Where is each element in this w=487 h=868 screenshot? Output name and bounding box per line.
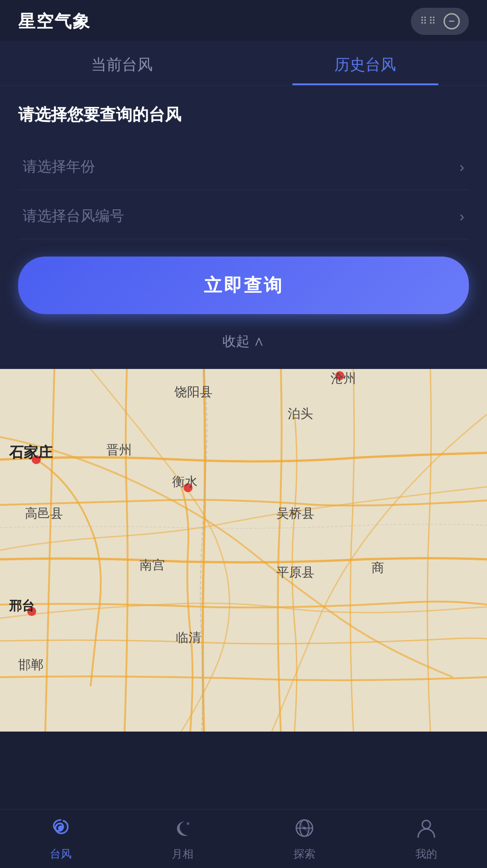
dots-icon: ⠿⠿	[420, 15, 437, 27]
moon-icon	[171, 816, 194, 843]
collapse-row[interactable]: 收起 ∧	[18, 328, 469, 355]
svg-point-20	[187, 822, 189, 825]
number-chevron-icon: ›	[459, 208, 464, 225]
search-panel: 请选择您要查询的台风 请选择年份 › 请选择台风编号 › 立即查询 收起 ∧	[0, 86, 487, 369]
svg-text:高邑县: 高邑县	[25, 506, 63, 520]
year-select-row[interactable]: 请选择年份 ›	[18, 144, 469, 190]
bottom-nav: 台风 月相 探索	[0, 809, 487, 868]
number-select-row[interactable]: 请选择台风编号 ›	[18, 194, 469, 239]
svg-text:吴桥县: 吴桥县	[276, 506, 314, 520]
svg-text:衡水: 衡水	[172, 475, 198, 489]
app-header: 星空气象 ⠿⠿ −	[0, 0, 487, 41]
svg-point-26	[422, 820, 430, 829]
map-area[interactable]: 石家庄 晋州 饶阳县 泊头 衡水 高邑县 吴桥县 南宫 平原县 邢台 临清 邯郸…	[0, 369, 487, 732]
nav-label-mine: 我的	[415, 847, 437, 861]
map-svg: 石家庄 晋州 饶阳县 泊头 衡水 高邑县 吴桥县 南宫 平原县 邢台 临清 邯郸…	[0, 369, 487, 732]
nav-item-moon[interactable]: 月相	[122, 816, 244, 861]
nav-label-typhoon: 台风	[50, 847, 72, 861]
header-control-group[interactable]: ⠿⠿ −	[411, 8, 469, 35]
svg-text:泊头: 泊头	[288, 407, 313, 421]
tab-history-typhoon[interactable]: 历史台风	[244, 41, 487, 85]
year-select-label: 请选择年份	[23, 157, 95, 177]
typhoon-icon	[49, 816, 72, 843]
svg-text:石家庄: 石家庄	[9, 444, 53, 461]
svg-text:邯郸: 邯郸	[18, 658, 43, 672]
svg-text:南宫: 南宫	[140, 558, 165, 572]
svg-point-25	[303, 827, 306, 829]
number-select-label: 请选择台风编号	[23, 206, 124, 226]
app-title: 星空气象	[18, 10, 91, 33]
year-chevron-icon: ›	[459, 159, 464, 175]
nav-item-explore[interactable]: 探索	[244, 816, 366, 861]
svg-text:平原县: 平原县	[276, 565, 314, 579]
nav-label-moon: 月相	[172, 847, 193, 861]
svg-text:沧州: 沧州	[331, 371, 356, 385]
query-button[interactable]: 立即查询	[18, 257, 469, 314]
svg-text:商: 商	[371, 561, 384, 575]
svg-text:邢台: 邢台	[9, 599, 34, 613]
minus-icon[interactable]: −	[444, 13, 460, 29]
panel-title: 请选择您要查询的台风	[18, 104, 469, 126]
tab-current-typhoon[interactable]: 当前台风	[0, 41, 244, 85]
svg-text:临清: 临清	[176, 630, 201, 645]
nav-item-typhoon[interactable]: 台风	[0, 816, 122, 861]
nav-label-explore: 探索	[294, 847, 315, 861]
nav-item-mine[interactable]: 我的	[365, 816, 487, 861]
svg-text:饶阳县: 饶阳县	[174, 385, 212, 399]
explore-icon	[293, 816, 316, 843]
svg-text:晋州: 晋州	[106, 443, 132, 457]
user-icon	[415, 816, 438, 843]
tabs-bar: 当前台风 历史台风	[0, 41, 487, 86]
